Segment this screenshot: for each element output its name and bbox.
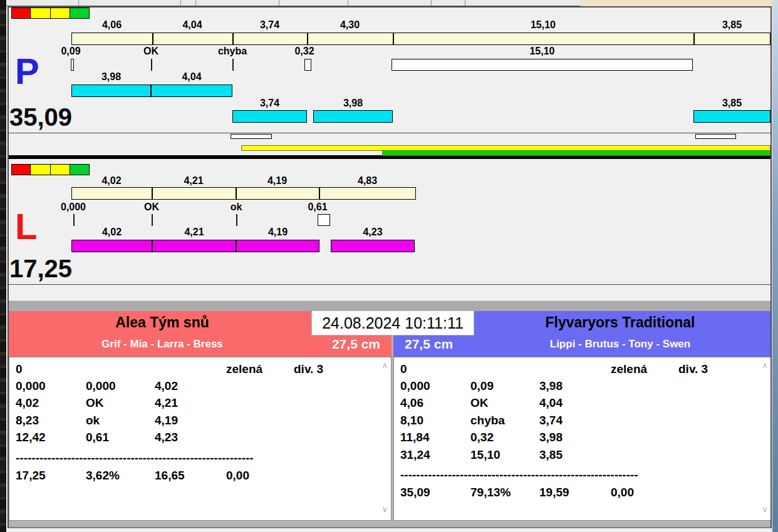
status-light — [51, 8, 71, 18]
app-window: 4,064,043,744,3015,103,850,09OKchyba0,32… — [0, 0, 778, 532]
ruler-divider — [152, 188, 153, 199]
table-cell: ok — [86, 414, 155, 427]
ruler-divider — [307, 33, 308, 44]
split-ruler — [71, 187, 416, 200]
time-bar — [71, 84, 151, 97]
judge-mark-label: 0,09 — [33, 46, 108, 57]
time-bar-label: 4,23 — [331, 227, 415, 238]
status-lights — [11, 164, 90, 175]
split-time-label: 4,06 — [71, 19, 152, 31]
time-bar-label: 4,02 — [71, 227, 152, 238]
status-lights — [11, 8, 90, 19]
split-ruler — [71, 33, 770, 45]
split-time-label: 4,02 — [71, 175, 152, 187]
table-cell: 4,19 — [155, 414, 224, 427]
table-cell: zelená — [226, 362, 295, 376]
results-table-right[interactable]: 0zelenádiv. 30,0000,093,984,06OK4,048,10… — [393, 357, 772, 521]
judge-tick — [73, 214, 75, 226]
time-bar — [71, 240, 152, 252]
results-table-left[interactable]: 0zelenádiv. 30,0000,0004,024,02OK4,218,2… — [9, 357, 392, 521]
penalty-bar — [392, 59, 693, 71]
table-cell: 19,59 — [539, 486, 608, 499]
table-cell: chyba — [470, 414, 539, 427]
time-bar-label: 4,21 — [152, 227, 236, 238]
table-cell: OK — [470, 396, 539, 410]
table-cell: 16,65 — [155, 469, 224, 483]
scroll-up-icon[interactable]: ∧ — [762, 361, 768, 369]
time-bar-label: 3,85 — [693, 98, 770, 109]
table-cell: 3,98 — [539, 431, 608, 444]
table-cell: OK — [86, 396, 155, 410]
judge-mark-label: ok — [199, 202, 274, 213]
judge-mark-label: 15,10 — [505, 46, 580, 57]
time-bar-label: 4,19 — [236, 227, 319, 238]
judge-mark-label: 0,32 — [267, 46, 342, 57]
table-cell: 79,13% — [470, 486, 539, 499]
table-cell: 35,09 — [400, 486, 469, 499]
table-cell: 4,23 — [155, 431, 224, 444]
time-bar — [693, 110, 770, 123]
time-bar — [313, 110, 393, 123]
lane-letter: L — [15, 207, 37, 247]
split-time-label: 4,19 — [236, 175, 319, 187]
time-bar-label: 3,74 — [232, 98, 307, 109]
table-cell: 0,00 — [226, 469, 295, 483]
judge-tick — [152, 214, 153, 226]
penalty-bar — [71, 59, 74, 71]
table-cell: zelená — [611, 362, 680, 376]
ruler-divider — [319, 188, 320, 199]
split-time-label: 15,10 — [393, 19, 693, 31]
table-cell: 3,62% — [86, 469, 155, 483]
status-light — [31, 8, 51, 18]
table-cell: 12,42 — [16, 431, 85, 444]
split-time-label: 4,83 — [319, 175, 416, 187]
time-bar-label: 3,98 — [71, 71, 151, 83]
table-cell: div. 3 — [294, 362, 381, 376]
judge-mark-label: 0,61 — [280, 202, 355, 213]
team-distance-right: 27,5 cm — [405, 337, 453, 352]
lane-letter: P — [15, 51, 39, 91]
table-cell: 0 — [16, 362, 85, 376]
table-cell: 0,000 — [86, 379, 155, 393]
table-cell: 0,61 — [86, 431, 155, 444]
judge-mark-label: OK — [114, 202, 189, 213]
team-name-left: Alea Tým snů — [9, 314, 316, 331]
table-cell: 4,02 — [16, 396, 85, 410]
ruler-divider — [393, 33, 394, 44]
table-cell: 8,10 — [400, 414, 469, 427]
ruler-divider — [693, 33, 695, 44]
status-light — [70, 165, 89, 175]
table-cell: 3,85 — [539, 448, 608, 462]
table-cell: div. 3 — [678, 362, 766, 376]
scroll-up-icon[interactable]: ∧ — [381, 361, 388, 369]
table-cell: 0,000 — [400, 379, 469, 393]
table-divider: ----------------------------------------… — [400, 468, 686, 482]
table-cell: 0,00 — [611, 486, 680, 499]
judge-mark-label: OK — [113, 46, 189, 57]
status-light — [12, 8, 31, 18]
table-cell: 3,98 — [539, 379, 608, 393]
table-cell: 17,25 — [16, 469, 85, 483]
split-time-label: 3,74 — [232, 19, 307, 31]
sub-bar — [695, 134, 736, 139]
time-bar — [151, 84, 232, 97]
split-time-label: 4,30 — [307, 19, 393, 31]
scroll-down-icon[interactable]: ∨ — [762, 505, 768, 513]
status-light — [31, 165, 51, 175]
table-cell: 0,32 — [470, 431, 539, 444]
table-cell: 15,10 — [470, 448, 539, 462]
judge-tick — [151, 59, 152, 71]
status-light — [12, 165, 31, 175]
table-divider: ----------------------------------------… — [16, 451, 301, 465]
table-cell: 3,74 — [539, 414, 608, 427]
time-bar-label: 3,98 — [313, 98, 393, 109]
time-bar — [232, 110, 307, 123]
scroll-down-icon[interactable]: ∨ — [381, 505, 388, 513]
table-cell: 4,04 — [539, 396, 608, 410]
lane-total: 17,25 — [9, 255, 72, 282]
table-cell: 0 — [400, 362, 469, 376]
team-members-left: Grif - Mia - Larra - Bress — [9, 338, 316, 350]
table-cell: 8,23 — [16, 414, 85, 427]
split-time-label: 4,21 — [152, 175, 236, 187]
ruler-divider — [236, 188, 237, 199]
